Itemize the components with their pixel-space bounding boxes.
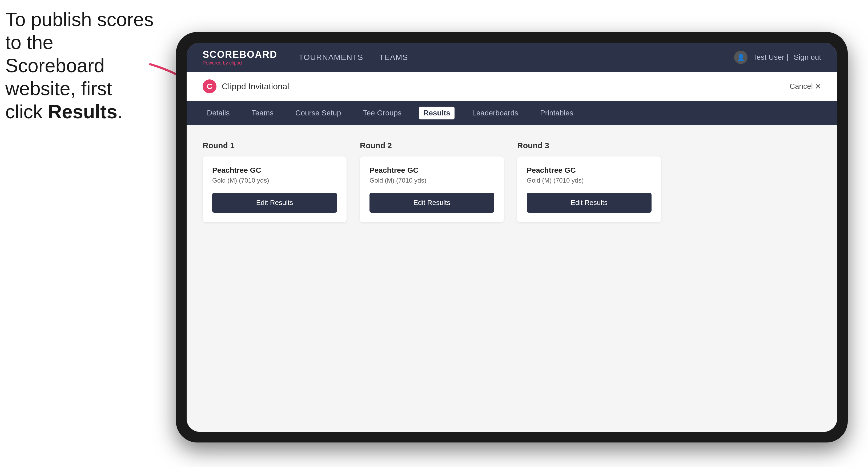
main-content: Round 1 Peachtree GC Gold (M) (7010 yds)…	[187, 125, 837, 432]
round-3-column: Round 3 Peachtree GC Gold (M) (7010 yds)…	[517, 141, 661, 222]
tab-bar: Details Teams Course Setup Tee Groups Re…	[187, 101, 837, 125]
round-3-details: Gold (M) (7010 yds)	[527, 177, 652, 184]
annotation-left-line3: website, first	[5, 78, 112, 99]
round-1-title: Round 1	[203, 141, 347, 150]
user-icon: 👤	[734, 51, 747, 64]
round-2-card: Peachtree GC Gold (M) (7010 yds) Edit Re…	[360, 156, 504, 222]
cancel-button[interactable]: Cancel ✕	[789, 82, 821, 91]
nav-link-teams[interactable]: TEAMS	[379, 53, 408, 62]
logo-sub: Powered by clippd	[203, 60, 277, 66]
logo-area: SCOREBOARD Powered by clippd	[203, 49, 277, 66]
edit-results-button-3[interactable]: Edit Results	[527, 193, 652, 213]
tab-teams[interactable]: Teams	[247, 106, 278, 119]
tab-details[interactable]: Details	[203, 106, 234, 119]
round-3-course: Peachtree GC	[527, 166, 652, 175]
tournament-header: C Clippd Invitational Cancel ✕	[187, 72, 837, 101]
round-1-details: Gold (M) (7010 yds)	[212, 177, 337, 184]
nav-right: 👤 Test User | Sign out	[734, 51, 821, 64]
tab-leaderboards[interactable]: Leaderboards	[468, 106, 523, 119]
annotation-left-line2: to the Scoreboard	[5, 32, 104, 76]
annotation-left-line1: To publish scores	[5, 9, 154, 30]
tournament-title-area: C Clippd Invitational	[203, 80, 289, 93]
nav-user-text: Test User |	[753, 53, 788, 62]
round-2-title: Round 2	[360, 141, 504, 150]
round-1-course: Peachtree GC	[212, 166, 337, 175]
tab-results[interactable]: Results	[419, 106, 455, 119]
round-1-card: Peachtree GC Gold (M) (7010 yds) Edit Re…	[203, 156, 347, 222]
tablet-screen: SCOREBOARD Powered by clippd TOURNAMENTS…	[187, 43, 837, 432]
tournament-name: Clippd Invitational	[222, 82, 289, 91]
round-2-course: Peachtree GC	[370, 166, 494, 175]
rounds-grid: Round 1 Peachtree GC Gold (M) (7010 yds)…	[203, 141, 821, 222]
annotation-left-line4: click Results.	[5, 101, 123, 122]
nav-links: TOURNAMENTS TEAMS	[299, 53, 734, 62]
tablet-device: SCOREBOARD Powered by clippd TOURNAMENTS…	[176, 32, 848, 442]
round-1-column: Round 1 Peachtree GC Gold (M) (7010 yds)…	[203, 141, 347, 222]
edit-results-button-2[interactable]: Edit Results	[370, 193, 494, 213]
nav-link-tournaments[interactable]: TOURNAMENTS	[299, 53, 363, 62]
sign-out-link[interactable]: Sign out	[794, 53, 821, 62]
round-3-title: Round 3	[517, 141, 661, 150]
round-3-card: Peachtree GC Gold (M) (7010 yds) Edit Re…	[517, 156, 661, 222]
round-2-details: Gold (M) (7010 yds)	[370, 177, 494, 184]
logo-text: SCOREBOARD	[203, 49, 277, 60]
tab-tee-groups[interactable]: Tee Groups	[359, 106, 406, 119]
edit-results-button-1[interactable]: Edit Results	[212, 193, 337, 213]
round-2-column: Round 2 Peachtree GC Gold (M) (7010 yds)…	[360, 141, 504, 222]
top-nav: SCOREBOARD Powered by clippd TOURNAMENTS…	[187, 43, 837, 72]
clippd-logo: C	[203, 80, 216, 93]
tab-printables[interactable]: Printables	[536, 106, 578, 119]
tab-course-setup[interactable]: Course Setup	[291, 106, 345, 119]
